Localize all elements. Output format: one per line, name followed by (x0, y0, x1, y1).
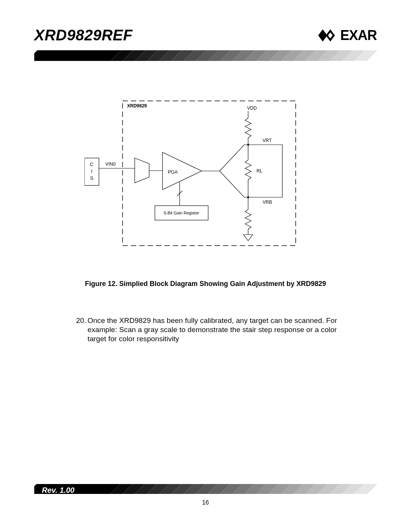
brand-logo: EXAR (318, 27, 377, 43)
svg-text:VRT: VRT (263, 138, 272, 143)
svg-text:6-Bit Gain Register: 6-Bit Gain Register (164, 211, 199, 215)
page-header: XRD9829REF EXAR (34, 27, 377, 44)
block-diagram-figure: XRD9829 C I S VIN0 PGA 6-Bit Gain Regist… (84, 99, 298, 251)
page-number: 16 (202, 499, 209, 506)
brand-name: EXAR (340, 27, 377, 43)
footer-stripe-icon (34, 484, 378, 494)
logo-mark-icon (318, 29, 337, 42)
list-number: 20. (76, 316, 88, 325)
svg-text:VIN0: VIN0 (105, 161, 116, 167)
svg-text:PGA: PGA (168, 169, 177, 175)
figure-caption: Figure 12. Simplied Block Diagram Showin… (0, 280, 411, 288)
body-paragraph: 20.Once the XRD9829 has been fully calib… (76, 316, 350, 343)
svg-marker-42 (220, 145, 282, 197)
revision-label: Rev. 1.00 (42, 486, 75, 495)
svg-text:RL: RL (256, 168, 263, 174)
svg-marker-33 (135, 158, 149, 183)
list-text: Once the XRD9829 has been fully calibrat… (88, 316, 346, 343)
svg-text:C: C (90, 161, 93, 167)
svg-marker-4 (34, 50, 121, 61)
chip-label: XRD9829 (127, 103, 147, 109)
svg-text:I: I (91, 168, 92, 174)
svg-text:S: S (90, 175, 94, 181)
svg-text:VRB: VRB (263, 200, 272, 205)
svg-text:VDD: VDD (247, 105, 257, 111)
svg-marker-55 (244, 235, 253, 241)
header-stripe-icon (34, 50, 378, 61)
